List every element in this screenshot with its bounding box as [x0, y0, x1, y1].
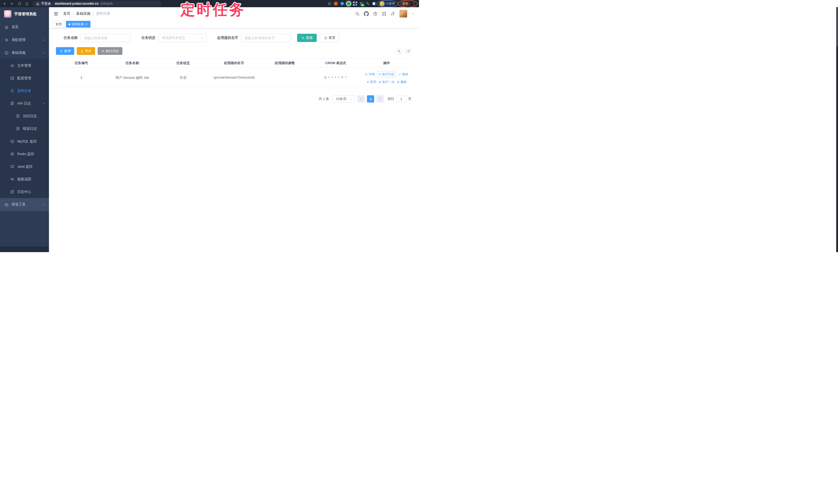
- sidebar-logo-row[interactable]: 芋道管理系统: [0, 7, 49, 21]
- page-size-value: 10条/页: [336, 97, 350, 101]
- breadcrumb-infrastructure[interactable]: 基础设施: [76, 11, 90, 16]
- table-row: 3 用户 Session 超时 Job 开启 sysUserSessionTim…: [56, 68, 412, 88]
- sidebar-item-system-mgmt[interactable]: 系统管理: [0, 34, 49, 46]
- sidebar-item-config-mgmt[interactable]: 配置管理: [0, 72, 49, 85]
- browser-menu-kebab-icon[interactable]: [413, 1, 415, 6]
- browser-forward-icon[interactable]: [10, 2, 14, 6]
- tab-home[interactable]: 首页: [53, 21, 65, 28]
- exec-log-button[interactable]: 执行日志: [98, 47, 122, 55]
- chevron-down-icon: [42, 39, 45, 41]
- reset-button-label: 重置: [329, 36, 335, 40]
- browser-back-icon[interactable]: [3, 2, 6, 6]
- sidebar-item-home[interactable]: 首页: [0, 21, 49, 34]
- sidebar-item-dev-tools[interactable]: 研发工具: [0, 198, 49, 211]
- list-icon: [101, 50, 105, 53]
- extension-icon-blue-gem[interactable]: [340, 2, 345, 6]
- pagination-total: 共 1 条: [319, 96, 329, 101]
- sidebar-item-label: 访问日志: [23, 114, 37, 119]
- filter-form: 任务名称 任务状态 请选择任务状态 处理器的名字 搜索: [56, 34, 412, 42]
- tab-close-icon[interactable]: [85, 23, 88, 25]
- sidebar-item-label: Java 监控: [17, 164, 33, 169]
- chevron-up-icon: [42, 102, 45, 105]
- github-icon[interactable]: [364, 11, 369, 16]
- user-avatar[interactable]: [399, 10, 407, 18]
- tab-scheduled-jobs[interactable]: 定时任务: [66, 21, 90, 28]
- row-action-run-once[interactable]: 执行一次: [379, 80, 395, 84]
- handler-name-input[interactable]: [241, 34, 292, 42]
- extensions-puzzle-icon[interactable]: [372, 2, 376, 6]
- job-name-input[interactable]: [81, 34, 131, 42]
- extension-icon-grid[interactable]: [353, 2, 357, 6]
- pagination-goto: 前往 页: [387, 95, 412, 103]
- toolbox-icon: [5, 203, 8, 206]
- goto-page-input[interactable]: [396, 95, 406, 103]
- sidebar-menu: 首页 系统管理 基础设施 文件管理 配置管理: [0, 21, 49, 252]
- browser-bar-right: on 已暂停 更新: [327, 1, 416, 6]
- toggle-search-button[interactable]: [396, 48, 402, 55]
- job-status-select[interactable]: 请选择任务状态: [158, 34, 207, 42]
- update-button[interactable]: 更新: [400, 1, 411, 6]
- page-number-1[interactable]: 1: [367, 95, 374, 103]
- sidebar-item-label: 研发工具: [12, 202, 25, 207]
- extension-icon-green[interactable]: [347, 2, 350, 5]
- jobs-table: 任务编号 任务名称 任务状态 处理器的名字 处理器的参数 CRON 表达式 操作…: [56, 58, 412, 88]
- sidebar-item-api-logs[interactable]: API 日志: [0, 97, 49, 110]
- job-name-label: 任务名称: [64, 36, 77, 40]
- sidebar-item-redis-monitor[interactable]: Redis 监控: [0, 148, 49, 160]
- avatar-caret-down-icon[interactable]: [412, 12, 414, 15]
- search-button[interactable]: 搜索: [297, 34, 317, 42]
- infrastructure-submenu: 文件管理 配置管理 定时任务 API 日志 访问日志: [0, 59, 49, 198]
- sidebar-item-java-monitor[interactable]: Java 监控: [0, 160, 49, 173]
- browser-reload-icon[interactable]: [18, 2, 21, 6]
- row-action-edit[interactable]: 修改: [398, 72, 408, 76]
- cell-cron: 0 * * * * ? *: [310, 68, 361, 88]
- extension-icon-dark[interactable]: on: [360, 2, 364, 6]
- sidebar-item-file-mgmt[interactable]: 文件管理: [0, 59, 49, 72]
- sidebar-item-mysql-monitor[interactable]: MySQL 监控: [0, 135, 49, 148]
- header-actions: [355, 10, 414, 18]
- breadcrumb: 首页 / 基础设施 / 定时任务: [63, 11, 110, 16]
- address-bar[interactable]: 不安全 dashboard.yudao.iocoder.cn/infra/job: [33, 1, 161, 6]
- sidebar-collapse-icon[interactable]: [54, 11, 58, 16]
- extension-icon-key[interactable]: [366, 2, 370, 6]
- export-button[interactable]: 导出: [77, 47, 95, 55]
- breadcrumb-current: 定时任务: [96, 11, 110, 16]
- sidebar-item-scheduled-jobs[interactable]: 定时任务: [0, 85, 49, 97]
- extension-icon-orange[interactable]: [334, 2, 338, 6]
- page-size-select[interactable]: 10条/页: [332, 95, 355, 103]
- sidebar-item-label: 链路追踪: [17, 177, 31, 182]
- search-icon[interactable]: [355, 12, 360, 16]
- bookmark-star-icon[interactable]: [327, 2, 331, 6]
- sidebar-item-infrastructure[interactable]: 基础设施: [0, 46, 49, 59]
- sidebar-item-label: 错误日志: [23, 126, 37, 131]
- sidebar-footer-strip: [0, 247, 49, 252]
- refresh-table-button[interactable]: [405, 48, 412, 55]
- next-page-button[interactable]: [377, 95, 384, 103]
- home-icon: [5, 25, 8, 29]
- refresh-icon: [407, 50, 410, 53]
- sidebar-item-error-logs[interactable]: 错误日志: [0, 122, 49, 135]
- row-action-detail[interactable]: 详细: [365, 72, 375, 76]
- job-status-label: 任务状态: [141, 36, 155, 40]
- main-area: 首页 / 基础设施 / 定时任务 首页 定时任务: [49, 7, 419, 252]
- sidebar-item-log-center[interactable]: 日志中心: [0, 185, 49, 198]
- row-action-exec-log[interactable]: 执行日志: [377, 71, 396, 77]
- prev-page-button[interactable]: [357, 95, 365, 103]
- play-icon: [379, 80, 381, 84]
- col-cron: CRON 表达式: [310, 59, 361, 68]
- browser-profile-chip[interactable]: 已暂停: [378, 1, 397, 6]
- row-action-delete[interactable]: 删除: [397, 80, 407, 84]
- sidebar-item-access-logs[interactable]: 访问日志: [0, 110, 49, 122]
- download-icon: [81, 50, 84, 53]
- sidebar-item-trace[interactable]: 链路追踪: [0, 173, 49, 185]
- breadcrumb-home[interactable]: 首页: [63, 11, 70, 16]
- fullscreen-icon[interactable]: [382, 12, 386, 16]
- help-icon[interactable]: [373, 12, 378, 16]
- add-button[interactable]: 新增: [56, 47, 74, 55]
- extension-on-badge: on: [361, 4, 364, 7]
- font-size-icon[interactable]: [391, 12, 395, 16]
- browser-home-icon[interactable]: [25, 2, 29, 6]
- pagination: 共 1 条 10条/页 1 前往 页: [56, 95, 412, 103]
- reset-button[interactable]: 重置: [320, 34, 339, 42]
- row-action-pause[interactable]: 暂停: [366, 80, 376, 84]
